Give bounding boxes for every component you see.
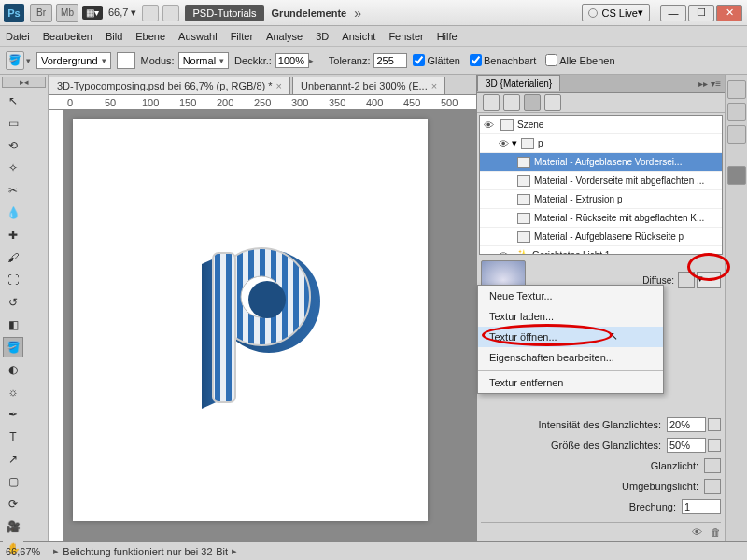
channels-panel-icon[interactable] xyxy=(727,103,746,121)
eyedrop-tool[interactable]: 💧 xyxy=(3,203,23,223)
marquee-tool[interactable]: ▭ xyxy=(3,113,23,133)
crop-tool[interactable]: ✂ xyxy=(3,180,23,201)
mesh-filter-icon[interactable] xyxy=(503,94,520,111)
3d-cam-tool[interactable]: 🎥 xyxy=(3,516,23,537)
canvas[interactable] xyxy=(63,110,476,541)
bucket-tool[interactable]: 🪣 xyxy=(3,337,23,357)
move-tool[interactable]: ↖ xyxy=(3,91,23,111)
light-row[interactable]: 👁✨Gerichtetes Licht 1 xyxy=(480,246,722,255)
visibility-icon[interactable]: 👁 xyxy=(499,138,512,149)
light-filter-icon[interactable] xyxy=(544,94,561,111)
workspace-name[interactable]: Grundelemente xyxy=(272,7,347,19)
close-icon[interactable]: × xyxy=(431,80,437,91)
workspace-more-icon[interactable]: » xyxy=(354,6,361,21)
panel-collapse-icon[interactable]: ▸▸ ▾≡ xyxy=(698,78,721,89)
lasso-tool[interactable]: ⟲ xyxy=(3,135,23,156)
highlight-swatch[interactable] xyxy=(704,458,721,473)
maximize-button[interactable]: ☐ xyxy=(688,5,714,21)
material-icon xyxy=(517,157,530,168)
doc-tab-other[interactable]: Unbenannt-2 bei 300% (E...× xyxy=(292,77,445,94)
adjustments-panel-icon[interactable] xyxy=(727,125,746,144)
type-tool[interactable]: T xyxy=(3,427,23,447)
all-layers-checkbox[interactable] xyxy=(545,54,557,66)
opacity-input[interactable] xyxy=(275,53,309,68)
3d-tool[interactable]: ⟳ xyxy=(3,494,23,514)
delete-icon[interactable]: 🗑 xyxy=(711,526,721,538)
close-icon[interactable]: × xyxy=(276,80,282,91)
menu-load-texture[interactable]: Textur laden... xyxy=(478,306,663,327)
ambient-swatch[interactable] xyxy=(704,479,721,494)
menu-remove-texture[interactable]: Textur entfernen xyxy=(478,372,663,393)
material-row[interactable]: Material - Aufgeblasene Rückseite p xyxy=(480,228,722,246)
menu-fenster[interactable]: Fenster xyxy=(388,31,423,42)
bucket-tool-icon[interactable]: 🪣 xyxy=(6,51,24,70)
fill-source-select[interactable]: Vordergrund xyxy=(36,52,111,69)
mesh-row[interactable]: 👁▾p xyxy=(480,134,722,153)
menu-open-texture[interactable]: Textur öffnen... ↖ xyxy=(478,327,663,347)
pen-tool[interactable]: ✒ xyxy=(3,404,23,425)
menu-ansicht[interactable]: Ansicht xyxy=(342,31,375,42)
psd-tutorials-button[interactable]: PSD-Tutorials xyxy=(185,5,263,21)
material-row[interactable]: Material - Extrusion p xyxy=(480,190,722,209)
scene-row[interactable]: 👁Szene xyxy=(480,116,722,134)
dodge-tool[interactable]: ☼ xyxy=(3,382,23,402)
minimize-button[interactable]: — xyxy=(660,5,686,21)
panel-3d-tab[interactable]: 3D {Materialien} xyxy=(477,75,560,91)
cs-live-button[interactable]: CS Live ▾ xyxy=(582,4,650,21)
material-row[interactable]: Material - Vorderseite mit abgeflachten … xyxy=(480,172,722,190)
menu-bild[interactable]: Bild xyxy=(106,31,122,42)
tolerance-input[interactable] xyxy=(374,53,407,68)
visibility-icon[interactable]: 👁 xyxy=(484,119,497,131)
view-extras-icon[interactable]: ▦▾ xyxy=(82,6,103,20)
doc-tab-active[interactable]: 3D-Typocomposing.psd bei 66,7% (p, RGB/8… xyxy=(49,77,290,94)
menu-datei[interactable]: Datei xyxy=(6,31,30,42)
texture-icon[interactable] xyxy=(708,418,721,431)
menu-bearbeiten[interactable]: Bearbeiten xyxy=(43,31,92,42)
render-icon[interactable]: 👁 xyxy=(692,526,702,538)
blur-tool[interactable]: ◐ xyxy=(3,359,23,380)
tool-expand-icon[interactable]: ▸◂ xyxy=(2,77,46,88)
tool-panel: ▸◂ ↖▭ ⟲✧ ✂💧 ✚🖌 ⛶↺ ◧🪣 ◐☼ ✒T ↗▢ ⟳🎥 ✋🔍 ◙ xyxy=(0,75,49,541)
status-zoom[interactable]: 66,67% xyxy=(6,546,40,557)
diffuse-texture-button[interactable]: ▾ xyxy=(697,272,721,288)
texture-icon[interactable] xyxy=(708,439,721,452)
menu-edit-properties[interactable]: Eigenschaften bearbeiten... xyxy=(478,347,663,368)
history-brush-tool[interactable]: ↺ xyxy=(3,292,23,313)
material-filter-icon[interactable] xyxy=(524,94,541,111)
pattern-swatch[interactable] xyxy=(117,52,135,69)
wand-tool[interactable]: ✧ xyxy=(3,158,23,178)
bridge-shortcut[interactable]: Br xyxy=(30,4,52,22)
material-row[interactable]: Material - Aufgeblasene Vordersei... xyxy=(480,153,722,172)
scene-filter-icon[interactable] xyxy=(483,94,500,111)
screen-mode-icon[interactable] xyxy=(162,5,179,21)
material-row[interactable]: Material - Rückseite mit abgeflachten K.… xyxy=(480,209,722,228)
close-button[interactable]: ✕ xyxy=(716,5,742,21)
menu-hilfe[interactable]: Hilfe xyxy=(437,31,458,42)
mode-select[interactable]: Normal xyxy=(178,52,229,69)
path-tool[interactable]: ↗ xyxy=(3,449,23,469)
menu-filter[interactable]: Filter xyxy=(231,31,253,42)
gloss-size-input[interactable]: 50% xyxy=(667,438,706,453)
eraser-tool[interactable]: ◧ xyxy=(3,315,23,335)
refraction-input[interactable]: 1 xyxy=(682,499,721,514)
menu-auswahl[interactable]: Auswahl xyxy=(178,31,218,42)
stamp-tool[interactable]: ⛶ xyxy=(3,270,23,290)
menu-analyse[interactable]: Analyse xyxy=(266,31,303,42)
arrange-icon[interactable] xyxy=(142,5,159,21)
menu-ebene[interactable]: Ebene xyxy=(135,31,165,42)
menu-new-texture[interactable]: Neue Textur... xyxy=(478,286,663,306)
contiguous-checkbox[interactable] xyxy=(470,54,482,66)
menu-3d[interactable]: 3D xyxy=(316,31,329,42)
heal-tool[interactable]: ✚ xyxy=(3,225,23,245)
zoom-field[interactable]: 66,7 ▾ xyxy=(108,7,136,19)
layers-panel-icon[interactable] xyxy=(727,80,746,99)
3d-panel-icon[interactable] xyxy=(727,166,746,185)
menubar: Datei Bearbeiten Bild Ebene Auswahl Filt… xyxy=(0,26,747,47)
antialias-checkbox[interactable] xyxy=(413,54,425,66)
diffuse-swatch[interactable] xyxy=(678,272,695,288)
visibility-icon[interactable]: 👁 xyxy=(499,250,512,256)
shape-tool[interactable]: ▢ xyxy=(3,471,23,492)
gloss-intensity-input[interactable]: 20% xyxy=(667,417,706,432)
brush-tool[interactable]: 🖌 xyxy=(3,247,23,268)
minibridge-shortcut[interactable]: Mb xyxy=(56,4,78,22)
